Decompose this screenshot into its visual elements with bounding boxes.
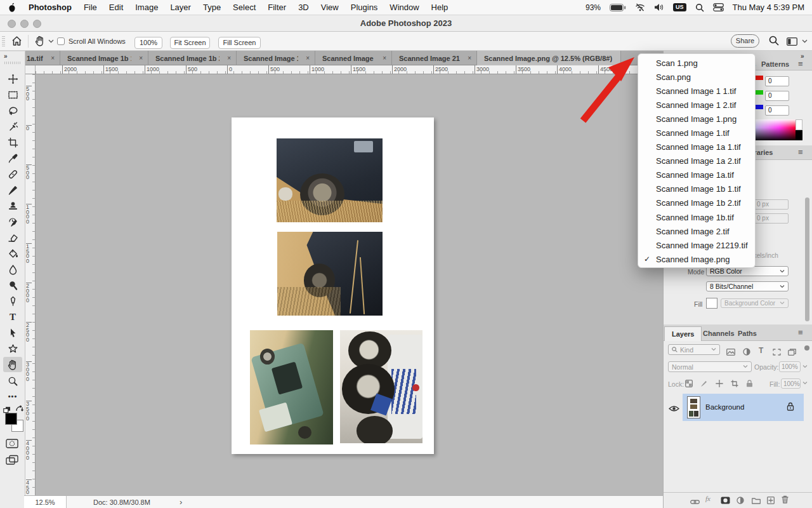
white-swatch[interactable] xyxy=(796,119,802,130)
rectangular-marquee-tool[interactable] xyxy=(6,88,19,101)
open-document-menu-item[interactable]: Scanned Image 2.tif xyxy=(638,224,755,238)
menu-item-window[interactable]: Window xyxy=(390,3,419,12)
tab-close-icon[interactable]: × xyxy=(298,55,310,62)
menu-item-image[interactable]: Image xyxy=(135,3,158,12)
eraser-tool[interactable] xyxy=(6,231,19,244)
filter-smart-objects-icon[interactable] xyxy=(788,347,796,358)
bit-depth-select[interactable]: 8 Bits/Channel xyxy=(706,281,789,291)
fill-color-swatch[interactable] xyxy=(706,298,717,309)
paint-bucket-tool[interactable] xyxy=(6,247,19,260)
filter-type-layers-icon[interactable]: T xyxy=(759,346,763,355)
custom-shape-tool[interactable] xyxy=(6,342,19,355)
lock-artboard-icon[interactable] xyxy=(731,378,738,390)
layers-panel-menu-icon[interactable]: ≡ xyxy=(798,328,803,337)
layer-style-fx-icon[interactable]: fx xyxy=(705,495,710,502)
filter-pixel-layers-icon[interactable] xyxy=(726,347,735,358)
share-button[interactable]: Share xyxy=(731,34,759,48)
workspace-switcher-icon[interactable] xyxy=(787,37,797,48)
menu-item-file[interactable]: File xyxy=(84,3,97,12)
menu-item-filter[interactable]: Filter xyxy=(268,3,286,12)
foreground-color-swatch[interactable] xyxy=(5,413,17,425)
zoom-100-button[interactable]: 100% xyxy=(134,37,162,49)
open-document-menu-item[interactable]: Scanned Image 1b.tif xyxy=(638,210,755,224)
wifi-off-icon[interactable] xyxy=(635,3,645,11)
window-zoom-button[interactable] xyxy=(33,20,41,28)
delete-layer-icon[interactable] xyxy=(782,495,789,506)
zoom-tool[interactable] xyxy=(6,375,19,387)
libraries-panel-menu-icon[interactable]: ≡ xyxy=(798,148,803,156)
fill-opacity-field[interactable]: 100% xyxy=(781,378,801,389)
menu-item-edit[interactable]: Edit xyxy=(109,3,123,12)
green-value-field[interactable]: 0 xyxy=(765,91,789,101)
document-tab[interactable]: Scanned Image 21219.tif× xyxy=(392,51,477,65)
add-layer-mask-icon[interactable] xyxy=(721,495,730,507)
open-document-menu-item[interactable]: Scanned Image 21219.tif xyxy=(638,238,755,252)
black-swatch[interactable] xyxy=(796,130,802,140)
fill-mode-select[interactable]: Background Color xyxy=(721,298,789,308)
new-group-icon[interactable] xyxy=(752,495,761,507)
menu-item-plugins[interactable]: Plugins xyxy=(351,3,378,12)
tab-channels[interactable]: Channels xyxy=(703,330,735,337)
path-selection-tool[interactable] xyxy=(6,326,19,339)
horizontal-ruler[interactable]: 2000 1500 1000 500 0 500 1000 1500 2000 … xyxy=(36,65,663,74)
pen-tool[interactable] xyxy=(6,295,19,307)
open-document-menu-item[interactable]: Scanned Image 1.png xyxy=(638,112,755,126)
hand-tool-options-icon[interactable] xyxy=(34,35,46,50)
history-brush-tool[interactable] xyxy=(6,215,19,228)
hand-tool-preset-chevron-icon[interactable] xyxy=(48,39,54,43)
document-tab[interactable]: Scanned Image 2.tif× xyxy=(315,51,392,65)
document-tab[interactable]: Scanned Image 1b 2.tif× xyxy=(148,51,237,65)
link-layers-icon[interactable] xyxy=(690,496,700,507)
blue-slider-bar[interactable] xyxy=(754,105,763,109)
tab-patterns[interactable]: Patterns xyxy=(761,60,789,68)
red-slider-bar[interactable] xyxy=(754,76,763,80)
opacity-field[interactable]: 100% xyxy=(779,361,801,372)
apple-menu-icon[interactable] xyxy=(8,3,16,13)
height-field[interactable]: 0 px xyxy=(754,213,789,224)
tools-panel-grip[interactable] xyxy=(4,62,21,64)
tab-paths[interactable]: Paths xyxy=(738,330,757,337)
open-document-menu-item[interactable]: Scanned Image 1 2.tif xyxy=(638,98,755,112)
document-tab[interactable]: Scanned Image 1b.tif× xyxy=(237,51,315,65)
ruler-origin-box[interactable] xyxy=(25,65,36,74)
clone-stamp-tool[interactable] xyxy=(6,199,19,212)
filter-adjustment-layers-icon[interactable] xyxy=(743,347,750,358)
layer-thumbnail[interactable] xyxy=(687,396,700,418)
layer-visibility-eye-icon[interactable] xyxy=(669,403,679,415)
color-spectrum-ramp[interactable] xyxy=(754,119,796,140)
color-panel-menu-icon[interactable]: ≡ xyxy=(798,60,803,68)
status-zoom-field[interactable]: 12.5% xyxy=(24,496,67,508)
canvas-document[interactable] xyxy=(232,117,434,454)
layer-lock-icon[interactable] xyxy=(787,402,794,413)
dodge-tool[interactable] xyxy=(6,279,19,291)
input-source-badge[interactable]: US xyxy=(673,3,686,11)
document-tab[interactable]: 1a.tif× xyxy=(25,51,60,65)
open-document-menu-item[interactable]: Scan 1.png xyxy=(638,56,755,70)
quick-mask-icon[interactable] xyxy=(6,439,18,451)
workspace-chevron-icon[interactable] xyxy=(802,39,808,43)
fill-chevron-icon[interactable] xyxy=(802,382,808,385)
filter-toggle[interactable] xyxy=(804,345,809,351)
opacity-chevron-icon[interactable] xyxy=(802,365,808,368)
open-document-menu-item[interactable]: Scanned Image 1a.tif xyxy=(638,168,755,182)
hand-tool[interactable] xyxy=(3,357,22,372)
open-document-menu-item-checked[interactable]: ✓Scanned Image.png xyxy=(638,252,755,266)
lock-transparency-icon[interactable] xyxy=(685,378,693,390)
menu-item-photoshop[interactable]: Photoshop xyxy=(29,3,72,12)
home-icon[interactable] xyxy=(11,36,22,49)
open-document-menu-item[interactable]: Scan.png xyxy=(638,70,755,84)
healing-brush-tool[interactable] xyxy=(6,168,19,180)
tab-layers[interactable]: Layers xyxy=(664,326,702,341)
new-adjustment-layer-icon[interactable] xyxy=(737,495,744,507)
type-tool[interactable]: T xyxy=(6,311,19,323)
menu-item-select[interactable]: Select xyxy=(233,3,256,12)
tab-close-icon[interactable]: × xyxy=(460,55,471,62)
window-minimize-button[interactable] xyxy=(20,20,29,28)
options-bar-grip[interactable] xyxy=(2,36,5,46)
properties-scrollbar[interactable] xyxy=(805,197,809,321)
volume-icon[interactable] xyxy=(654,3,664,11)
tab-close-icon[interactable]: × xyxy=(43,55,55,62)
document-tab-active[interactable]: Scanned Image.png @ 12.5% (RGB/8#) xyxy=(477,51,621,65)
lock-pixels-icon[interactable] xyxy=(700,378,708,390)
brush-tool[interactable] xyxy=(6,184,19,196)
